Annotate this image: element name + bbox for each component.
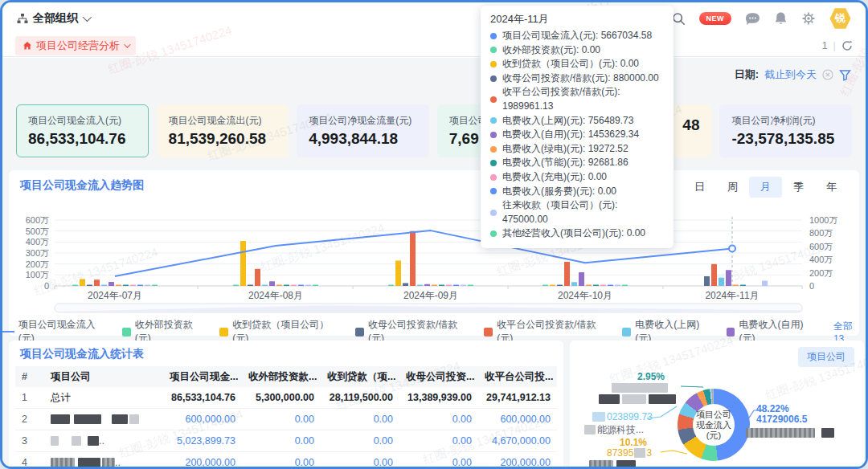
kpi-card[interactable]: 项目公司现金流入(元)86,533,104.76	[16, 104, 149, 157]
kpi-card[interactable]: 项目公司现金流出(元)81,539,260.58	[157, 104, 289, 157]
trend-chart-title: 项目公司现金流入趋势图	[20, 178, 144, 193]
legend-marker	[355, 328, 364, 336]
donut-chart[interactable]: 项目公司现金流入(元)	[678, 389, 750, 461]
svg-text:2024年-08月: 2024年-08月	[248, 290, 303, 301]
period-日[interactable]: 日	[683, 177, 716, 198]
table-header-cell[interactable]: 收到贷款（项...	[321, 370, 399, 384]
table-row[interactable]: 4..200,000.000.000.000.00200,000.00	[15, 452, 557, 469]
filter-funnel-icon[interactable]	[839, 69, 851, 81]
tooltip-title: 2024年-11月	[490, 12, 664, 27]
message-icon[interactable]	[745, 12, 760, 26]
table-header-cell[interactable]: 收母公司投资...	[399, 370, 478, 384]
refresh-icon[interactable]	[841, 40, 853, 51]
svg-text:1000万: 1000万	[809, 215, 837, 225]
svg-text:600万: 600万	[809, 242, 833, 251]
clear-filter-icon[interactable]	[822, 69, 833, 80]
cell-value: 0.00	[321, 414, 399, 425]
chevron-down-icon	[83, 13, 92, 22]
cell-value: 0.00	[399, 435, 478, 447]
legend-marker	[484, 328, 493, 336]
series-dot	[490, 230, 497, 237]
kpi-value: 86,533,104.76	[28, 130, 137, 148]
donut-center-label: 项目公司现金流入(元)	[693, 404, 735, 446]
cell-value: 13,389,939.00	[399, 392, 478, 403]
svg-text:2024年-09月: 2024年-09月	[403, 290, 458, 301]
table-header-cell: 项目公司	[44, 370, 163, 384]
cell-value: 0.00	[399, 414, 478, 425]
chart-tooltip: 2024年-11月 项目公司现金流入(元): 5667034.58收外部投资款(…	[481, 6, 674, 248]
table-header-cell[interactable]: 收平台公司投...	[478, 370, 557, 384]
tooltip-item: 收母公司投资款/借款(元): 880000.00	[490, 71, 664, 86]
svg-text:2024年-07月: 2024年-07月	[88, 290, 142, 301]
cell-value: 200,000.00	[478, 457, 557, 468]
gear-icon[interactable]	[801, 11, 816, 26]
period-季[interactable]: 季	[782, 177, 815, 198]
tooltip-item: 电费收入(充电)(元): 0.00	[490, 170, 664, 185]
new-badge[interactable]: NEW	[699, 12, 732, 25]
series-dot	[490, 210, 497, 216]
trend-chart[interactable]: 600万500万400万300万200万100万01000万800万600万40…	[2, 208, 868, 316]
svg-text:200万: 200万	[809, 268, 833, 278]
table-row[interactable]: 1总计86,533,104.765,300,000.0028,119,500.0…	[15, 387, 557, 409]
content-area: 日期: 截止到今天 项目公司现金流入(元)86,533,104.76项目公司现金…	[2, 58, 866, 467]
table-header-cell[interactable]: 项目公司现金...	[163, 370, 242, 384]
series-dot	[490, 188, 497, 194]
period-周[interactable]: 周	[716, 177, 749, 198]
series-dot	[490, 174, 497, 181]
svg-text:2024年-11月: 2024年-11月	[705, 290, 759, 301]
kpi-value: 4,993,844.18	[309, 130, 417, 148]
avatar[interactable]: 锐	[829, 8, 851, 30]
series-dot	[490, 96, 497, 103]
series-dot	[490, 132, 497, 138]
row-index: 3	[15, 435, 44, 447]
cell-value: 4,670,000.00	[478, 435, 557, 447]
kpi-card[interactable]: 项目公司净现金流量(元)4,993,844.18	[297, 104, 429, 157]
donut-label-teal-pct: 2.95%	[637, 371, 665, 382]
cell-value: 600,000.00	[478, 414, 557, 425]
date-filter-label: 日期:	[735, 67, 759, 82]
donut-label-name-redacted	[589, 459, 636, 469]
org-selector[interactable]: 全部组织	[17, 11, 89, 26]
company-name: ..	[44, 457, 163, 468]
tooltip-item: 收平台公司投资款/借款(元): 1989961.13	[490, 85, 664, 113]
cell-value: 29,741,912.13	[478, 392, 557, 403]
table-header-cell[interactable]: 收外部投资款...	[242, 370, 321, 384]
period-年[interactable]: 年	[815, 177, 848, 198]
kpi-label: 项目公司净利润(元)	[731, 114, 840, 128]
svg-text:400万: 400万	[809, 255, 833, 264]
donut-label-teal-value	[612, 382, 668, 394]
kpi-card[interactable]: 项目公司净利润(元)-23,578,135.85	[719, 104, 852, 157]
kpi-label: 项目公司现金流入(元)	[28, 114, 137, 128]
legend-marker	[122, 328, 131, 336]
search-icon[interactable]	[672, 12, 686, 26]
series-dot	[490, 117, 497, 124]
row-index: 1	[15, 392, 44, 403]
date-filter-value[interactable]: 截止到今天	[764, 67, 817, 82]
tooltip-item: 电费收入(绿电)(元): 19272.52	[490, 142, 664, 157]
date-filter: 日期: 截止到今天	[735, 67, 851, 82]
period-月[interactable]: 月	[749, 177, 782, 198]
org-tree-icon	[17, 13, 28, 24]
top-bar: 全部组织 案中心 NEW 锐	[2, 2, 866, 35]
chevron-down-icon	[124, 41, 130, 47]
cell-value: 0.00	[242, 457, 321, 468]
tooltip-item: 往来收款（项目公司）(元): 475000.00	[490, 198, 664, 226]
tab-project-analysis[interactable]: 项目公司经营分析	[15, 36, 136, 55]
donut-label-lightblue-value: 023899.73	[592, 411, 653, 422]
tab-bar: 项目公司经营分析 1 |	[2, 35, 866, 57]
donut-label-name-redacted	[746, 427, 834, 438]
legend-marker	[622, 328, 631, 336]
svg-text:800万: 800万	[809, 228, 833, 238]
donut-label-blue-pct: 48.22%	[756, 403, 789, 414]
table-row[interactable]: 3..5,023,899.730.000.000.004,670,000.00	[15, 430, 557, 452]
series-dot	[490, 160, 497, 166]
kpi-value: -23,578,135.85	[731, 130, 840, 148]
table-row[interactable]: 2600,000.000.000.000.00600,000.00	[15, 409, 557, 430]
tooltip-item: 项目公司现金流入(元): 5667034.58	[490, 29, 664, 43]
svg-text:600万: 600万	[26, 215, 49, 225]
tooltip-item: 其他经营收入(项目公司)(元): 0.00	[490, 226, 664, 241]
tab-label: 项目公司经营分析	[36, 39, 120, 53]
cell-value: 0.00	[321, 457, 399, 468]
legend-marker	[219, 328, 228, 336]
bell-icon[interactable]	[774, 11, 788, 26]
